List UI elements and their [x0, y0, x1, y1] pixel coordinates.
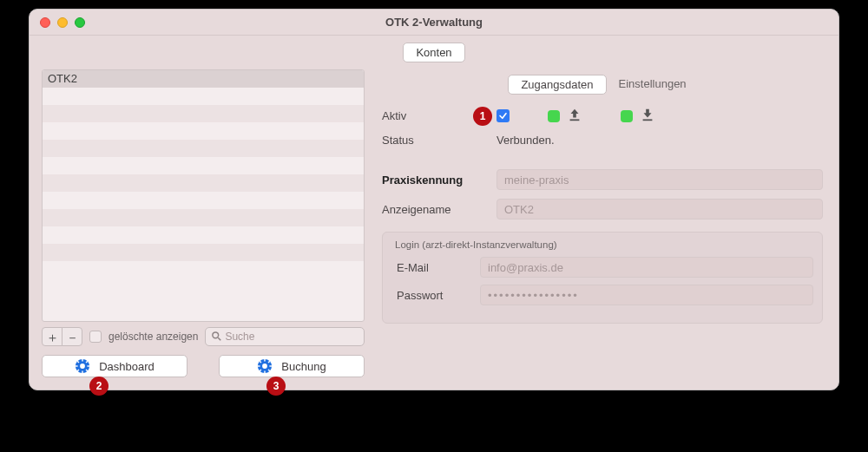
display-name-label: Anzeigename — [382, 203, 486, 216]
booking-button[interactable]: Buchung — [219, 355, 365, 377]
list-item[interactable] — [43, 157, 364, 174]
password-input[interactable]: •••••••••••••••• — [480, 285, 813, 305]
login-group: Login (arzt-direkt-Instanzverwaltung) E-… — [382, 232, 823, 324]
upload-icon[interactable] — [567, 107, 582, 125]
search-placeholder: Suche — [225, 331, 254, 343]
download-status-group — [621, 107, 655, 125]
tab-access-data[interactable]: Zugangsdaten — [508, 75, 606, 95]
svg-point-0 — [213, 331, 219, 337]
upload-status-group — [548, 107, 582, 125]
add-account-button[interactable]: ＋ — [42, 327, 62, 346]
magnify-icon — [211, 331, 221, 344]
email-input[interactable]: info@praxis.de — [480, 257, 813, 278]
booking-label: Buchung — [281, 360, 326, 373]
list-item[interactable] — [43, 192, 364, 209]
svg-point-13 — [262, 364, 267, 369]
details-tabs: Zugangsdaten Einstellungen — [380, 75, 826, 95]
practice-id-input[interactable]: meine-praxis — [496, 169, 823, 190]
show-deleted-label: gelöschte anzeigen — [108, 331, 198, 343]
svg-rect-22 — [570, 119, 580, 121]
status-value: Verbunden. — [496, 134, 823, 147]
active-label: Aktiv — [382, 109, 486, 122]
list-item[interactable] — [43, 122, 364, 140]
gear-icon — [75, 358, 90, 374]
list-item[interactable] — [43, 140, 364, 157]
titlebar: OTK 2-Verwaltung — [30, 10, 838, 36]
top-tab-konten[interactable]: Konten — [403, 43, 464, 62]
list-item[interactable] — [43, 261, 364, 278]
list-item[interactable] — [43, 105, 364, 122]
login-legend: Login (arzt-direkt-Instanzverwaltung) — [395, 239, 813, 250]
active-checkbox[interactable] — [496, 109, 510, 122]
details-pane: Zugangsdaten Einstellungen Aktiv — [380, 69, 826, 377]
status-indicator-upload — [548, 110, 560, 122]
status-label: Status — [382, 134, 486, 147]
list-item[interactable] — [43, 174, 364, 192]
remove-account-button[interactable]: － — [62, 327, 82, 346]
list-item[interactable] — [43, 226, 364, 244]
app-window: OTK 2-Verwaltung Konten OTK2 ＋ — [29, 9, 839, 390]
practice-id-label: Praxiskennung — [382, 174, 486, 187]
accounts-side: OTK2 ＋ － gelöschte anzeigen — [42, 69, 365, 377]
svg-rect-23 — [643, 119, 653, 121]
display-name-input[interactable]: OTK2 — [496, 199, 823, 219]
list-item[interactable] — [43, 244, 364, 261]
password-label: Passwort — [391, 289, 470, 302]
gear-icon — [257, 358, 273, 374]
svg-line-1 — [219, 337, 221, 340]
dashboard-label: Dashboard — [99, 360, 155, 373]
email-label: E-Mail — [391, 261, 470, 274]
list-item[interactable]: OTK2 — [43, 70, 364, 88]
download-icon[interactable] — [640, 107, 655, 125]
list-item[interactable] — [43, 88, 364, 105]
search-input[interactable]: Suche — [205, 327, 365, 346]
top-tab-label: Konten — [416, 46, 451, 59]
window-title: OTK 2-Verwaltung — [30, 16, 838, 29]
show-deleted-checkbox[interactable] — [89, 331, 102, 343]
list-item[interactable] — [43, 209, 364, 226]
dashboard-button[interactable]: Dashboard — [42, 355, 187, 377]
svg-point-3 — [80, 364, 85, 369]
tab-settings[interactable]: Einstellungen — [607, 75, 699, 95]
accounts-list[interactable]: OTK2 — [42, 69, 365, 322]
status-indicator-download — [621, 110, 633, 122]
